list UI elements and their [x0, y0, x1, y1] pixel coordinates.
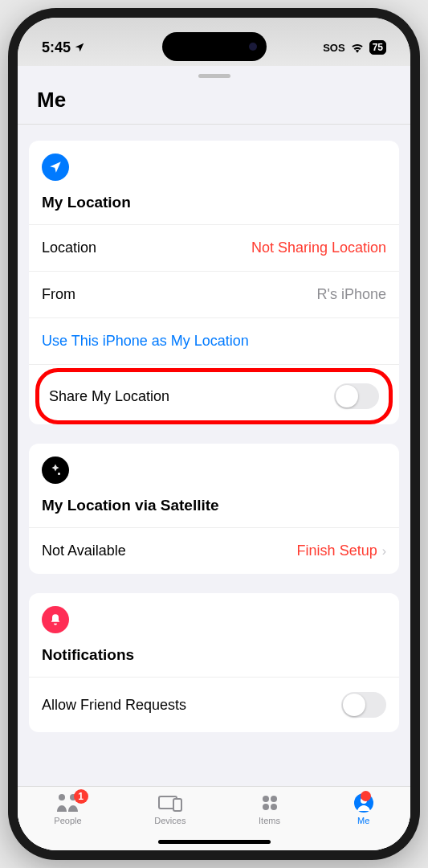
my-location-card: My Location Location Not Sharing Locatio…	[29, 141, 399, 424]
chevron-right-icon: ›	[382, 544, 386, 559]
page-title: Me	[18, 83, 410, 125]
finish-setup-value: Finish Setup	[297, 542, 377, 559]
svg-point-5	[263, 796, 269, 802]
location-label: Location	[42, 240, 96, 256]
location-icon	[42, 154, 69, 181]
home-indicator[interactable]	[158, 840, 271, 844]
me-badge	[361, 791, 371, 801]
from-label: From	[42, 286, 75, 303]
share-my-location-row[interactable]: Share My Location	[39, 372, 389, 420]
svg-point-0	[58, 473, 60, 475]
allow-friend-requests-row[interactable]: Allow Friend Requests	[29, 678, 399, 732]
status-right: SOS 75	[323, 40, 386, 55]
tab-people[interactable]: 1 People	[54, 792, 81, 825]
me-label: Me	[357, 816, 369, 825]
use-this-iphone-link[interactable]: Use This iPhone as My Location	[29, 318, 399, 365]
phone-screen: 5:45 SOS 75 Me My Location	[18, 18, 410, 850]
satellite-icon	[42, 457, 69, 484]
svg-point-1	[59, 794, 65, 800]
location-value: Not Sharing Location	[251, 240, 386, 256]
notifications-heading: Notifications	[29, 641, 399, 678]
notifications-card: Notifications Allow Friend Requests	[29, 593, 399, 732]
share-my-location-toggle[interactable]	[334, 383, 379, 409]
sheet-grabber[interactable]	[198, 74, 230, 78]
status-time-area: 5:45	[42, 39, 85, 56]
tab-devices[interactable]: Devices	[154, 792, 185, 825]
allow-friend-requests-label: Allow Friend Requests	[42, 697, 186, 714]
svg-rect-4	[173, 799, 181, 811]
highlight-ring: Share My Location	[35, 368, 393, 424]
wifi-icon	[350, 42, 365, 53]
people-label: People	[54, 816, 81, 825]
svg-point-8	[271, 804, 277, 810]
sos-icon: SOS	[323, 42, 344, 54]
satellite-row[interactable]: Not Available Finish Setup ›	[29, 528, 399, 574]
people-badge: 1	[74, 789, 88, 804]
my-location-heading: My Location	[29, 189, 399, 225]
bell-icon	[42, 606, 69, 633]
tab-bar: 1 People Devices Items	[18, 786, 410, 850]
devices-label: Devices	[154, 816, 185, 825]
status-time: 5:45	[42, 39, 71, 56]
phone-frame: 5:45 SOS 75 Me My Location	[8, 8, 420, 860]
share-my-location-label: Share My Location	[49, 388, 169, 405]
tab-me[interactable]: Me	[353, 792, 374, 825]
items-icon	[260, 793, 279, 813]
dynamic-island	[162, 32, 267, 61]
svg-point-6	[271, 796, 277, 802]
location-arrow-icon	[74, 42, 85, 53]
tab-items[interactable]: Items	[259, 792, 280, 825]
svg-point-7	[263, 804, 269, 810]
scroll-content[interactable]: My Location Location Not Sharing Locatio…	[18, 125, 410, 786]
satellite-card: My Location via Satellite Not Available …	[29, 444, 399, 574]
content-sheet: Me My Location Location Not Sharing Loca…	[18, 66, 410, 850]
satellite-heading: My Location via Satellite	[29, 492, 399, 528]
satellite-label: Not Available	[42, 542, 126, 559]
allow-friend-requests-toggle[interactable]	[341, 692, 386, 718]
from-value: R's iPhone	[317, 286, 386, 303]
battery-icon: 75	[369, 40, 386, 55]
location-row[interactable]: Location Not Sharing Location	[29, 225, 399, 272]
items-label: Items	[259, 816, 280, 825]
devices-icon	[157, 794, 183, 812]
from-row[interactable]: From R's iPhone	[29, 272, 399, 318]
